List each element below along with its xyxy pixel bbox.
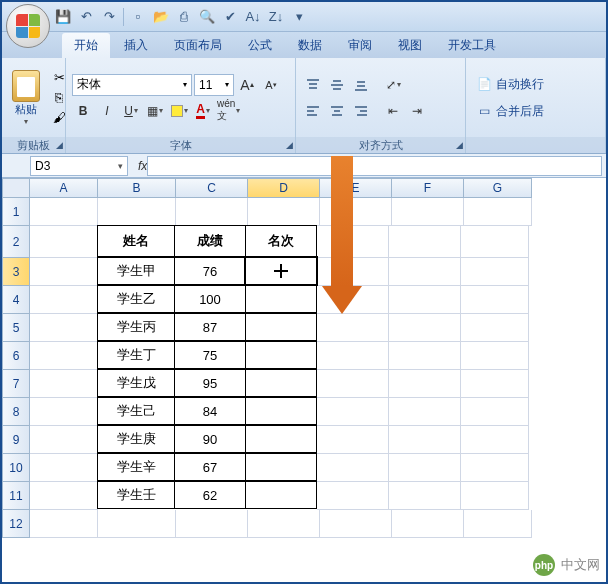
column-header[interactable]: G <box>464 178 532 198</box>
align-right-button[interactable] <box>350 100 372 122</box>
column-header[interactable]: F <box>392 178 464 198</box>
cell[interactable] <box>30 370 98 398</box>
tab-视图[interactable]: 视图 <box>386 33 434 58</box>
cell[interactable] <box>461 342 529 370</box>
fill-color-button[interactable]: ▾ <box>168 100 190 122</box>
cell[interactable] <box>98 198 176 226</box>
row-header[interactable]: 5 <box>2 314 30 342</box>
orientation-button[interactable]: ⤢▾ <box>382 74 404 96</box>
cell[interactable] <box>30 398 98 426</box>
cell[interactable] <box>30 286 98 314</box>
cell[interactable] <box>245 425 317 453</box>
bold-button[interactable]: B <box>72 100 94 122</box>
cell[interactable] <box>317 482 389 510</box>
align-top-button[interactable] <box>302 74 324 96</box>
cell[interactable] <box>317 454 389 482</box>
cell[interactable] <box>317 342 389 370</box>
cell[interactable]: 学生丙 <box>97 313 175 341</box>
cell-grid[interactable]: 姓名成绩名次学生甲76学生乙100学生丙87学生丁75学生戊95学生己84学生庚… <box>30 198 532 538</box>
office-button[interactable] <box>6 4 50 48</box>
cell[interactable] <box>245 397 317 425</box>
cell[interactable]: 学生甲 <box>97 257 175 285</box>
cell[interactable] <box>320 198 392 226</box>
cell[interactable] <box>389 342 461 370</box>
cell[interactable] <box>30 510 98 538</box>
cell[interactable]: 学生乙 <box>97 285 175 313</box>
underline-button[interactable]: U▾ <box>120 100 142 122</box>
alignment-launcher[interactable]: ◢ <box>456 140 463 150</box>
qat-sort-desc[interactable]: Z↓ <box>265 6 287 28</box>
font-launcher[interactable]: ◢ <box>286 140 293 150</box>
cell[interactable]: 学生辛 <box>97 453 175 481</box>
cell[interactable] <box>461 370 529 398</box>
cell[interactable] <box>176 198 248 226</box>
cell[interactable] <box>461 258 529 286</box>
cell[interactable] <box>30 482 98 510</box>
fx-button[interactable]: fx <box>138 159 147 173</box>
cell[interactable] <box>389 398 461 426</box>
cell[interactable]: 学生己 <box>97 397 175 425</box>
cell[interactable]: 成绩 <box>174 225 246 257</box>
cell[interactable] <box>317 258 389 286</box>
cell[interactable] <box>461 226 529 258</box>
qat-quick-print[interactable]: ⎙ <box>173 6 195 28</box>
increase-indent-button[interactable]: ⇥ <box>406 100 428 122</box>
cell[interactable] <box>461 426 529 454</box>
grow-font-button[interactable]: A▴ <box>236 74 258 96</box>
tab-公式[interactable]: 公式 <box>236 33 284 58</box>
align-left-button[interactable] <box>302 100 324 122</box>
cell[interactable] <box>245 453 317 481</box>
cell[interactable] <box>317 398 389 426</box>
cell[interactable]: 62 <box>174 481 246 509</box>
select-all-button[interactable] <box>2 178 30 198</box>
clipboard-launcher[interactable]: ◢ <box>56 140 63 150</box>
cell[interactable] <box>317 426 389 454</box>
decrease-indent-button[interactable]: ⇤ <box>382 100 404 122</box>
cell[interactable]: 76 <box>174 257 246 285</box>
cell[interactable] <box>317 370 389 398</box>
cell[interactable] <box>30 426 98 454</box>
cell[interactable] <box>245 285 317 313</box>
qat-open[interactable]: 📂 <box>150 6 172 28</box>
qat-redo[interactable]: ↷ <box>98 6 120 28</box>
cell[interactable] <box>461 314 529 342</box>
cell[interactable] <box>461 454 529 482</box>
wrap-text-button[interactable]: 📄 自动换行 <box>474 74 546 95</box>
cell[interactable] <box>389 258 461 286</box>
tab-开始[interactable]: 开始 <box>62 33 110 58</box>
cell[interactable]: 名次 <box>245 225 317 257</box>
cell[interactable] <box>98 510 176 538</box>
align-center-button[interactable] <box>326 100 348 122</box>
cell[interactable]: 学生丁 <box>97 341 175 369</box>
cell[interactable] <box>245 341 317 369</box>
cell[interactable]: 95 <box>174 369 246 397</box>
font-color-button[interactable]: A▾ <box>192 100 214 122</box>
column-header[interactable]: E <box>320 178 392 198</box>
border-button[interactable]: ▦▾ <box>144 100 166 122</box>
cell[interactable] <box>389 286 461 314</box>
cell[interactable] <box>320 510 392 538</box>
cell[interactable]: 84 <box>174 397 246 425</box>
qat-save[interactable]: 💾 <box>52 6 74 28</box>
cell[interactable] <box>389 314 461 342</box>
cell[interactable] <box>389 370 461 398</box>
row-header[interactable]: 2 <box>2 226 30 258</box>
row-header[interactable]: 10 <box>2 454 30 482</box>
qat-spell[interactable]: ✔ <box>219 6 241 28</box>
align-bottom-button[interactable] <box>350 74 372 96</box>
cell[interactable] <box>392 510 464 538</box>
cell[interactable] <box>30 258 98 286</box>
cell[interactable] <box>30 342 98 370</box>
row-header[interactable]: 3 <box>2 258 30 286</box>
qat-new[interactable]: ▫ <box>127 6 149 28</box>
cell[interactable] <box>30 226 98 258</box>
cell[interactable] <box>176 510 248 538</box>
row-header[interactable]: 1 <box>2 198 30 226</box>
cell[interactable] <box>389 226 461 258</box>
row-header[interactable]: 12 <box>2 510 30 538</box>
cell[interactable] <box>245 481 317 509</box>
cell[interactable]: 100 <box>174 285 246 313</box>
cell[interactable] <box>464 510 532 538</box>
cell[interactable] <box>248 198 320 226</box>
tab-开发工具[interactable]: 开发工具 <box>436 33 508 58</box>
